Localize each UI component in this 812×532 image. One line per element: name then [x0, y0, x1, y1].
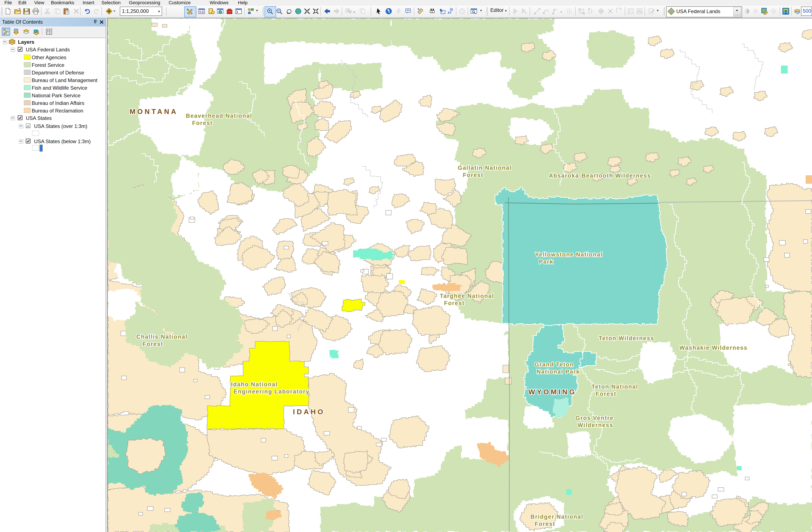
svg-text:Bridger National: Bridger National — [531, 514, 583, 520]
svg-text:Wilderness: Wilderness — [578, 422, 613, 428]
svg-text:Forest: Forest — [596, 391, 617, 397]
svg-text:Gallatin National: Gallatin National — [458, 165, 512, 171]
svg-text:Forest: Forest — [444, 300, 465, 306]
svg-text:XY: XY — [448, 11, 452, 14]
svg-text:Washakie Wilderness: Washakie Wilderness — [680, 345, 748, 351]
svg-text:Forest: Forest — [535, 521, 555, 527]
svg-text:A: A — [525, 11, 527, 14]
svg-text:Teton Wilderness: Teton Wilderness — [599, 335, 654, 342]
svg-text:Engineering Laboratory: Engineering Laboratory — [234, 388, 310, 395]
svg-text:Idaho National: Idaho National — [231, 381, 278, 388]
svg-text:National Park: National Park — [537, 369, 580, 375]
svg-text:WYOMING: WYOMING — [528, 388, 577, 396]
svg-text:Grand Teton: Grand Teton — [535, 361, 574, 368]
svg-text:Absaroka-Beartooth Wilderness: Absaroka-Beartooth Wilderness — [549, 173, 651, 179]
svg-text:IDAHO: IDAHO — [293, 408, 325, 416]
svg-text:Beaverhead National: Beaverhead National — [186, 113, 252, 119]
svg-text:Park: Park — [539, 259, 553, 265]
svg-text:Teton National: Teton National — [592, 384, 638, 390]
svg-text:Forest: Forest — [192, 120, 213, 126]
svg-text:Targhee National: Targhee National — [440, 293, 494, 299]
svg-text:Gros Ventre: Gros Ventre — [576, 415, 614, 421]
svg-text:Forest: Forest — [143, 341, 163, 347]
svg-text:MONTANA: MONTANA — [130, 107, 178, 115]
svg-text:Yellowstone National: Yellowstone National — [535, 251, 603, 258]
svg-text:Challis National: Challis National — [136, 334, 188, 340]
svg-text:Forest: Forest — [463, 172, 483, 178]
